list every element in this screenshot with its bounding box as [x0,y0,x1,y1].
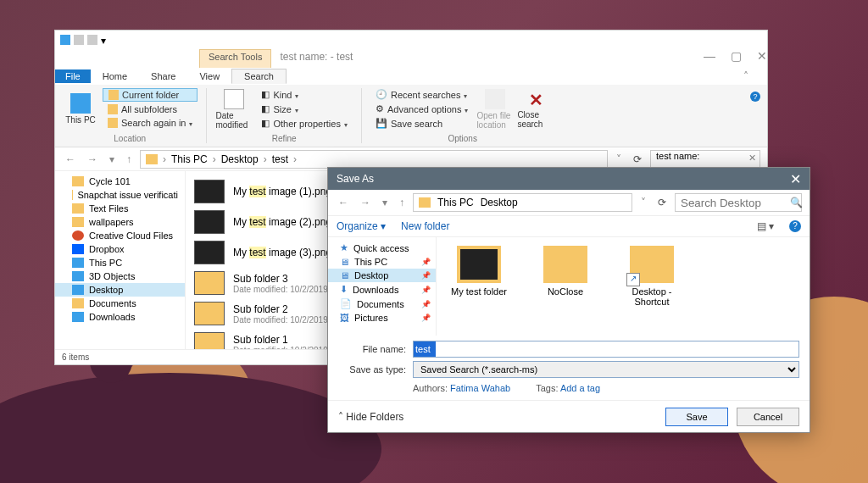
dialog-nav-item[interactable]: 🖥This PC📌 [328,255,436,269]
qat-icon[interactable] [87,35,97,45]
tags-label: Tags: [536,383,558,393]
dialog-file-area[interactable]: My test folderNoCloseDesktop - Shortcut [437,237,810,336]
refresh-button[interactable]: ⟳ [630,153,645,165]
navigation-pane[interactable]: Cycle 101Snapchat issue verificatiText F… [55,171,186,349]
folder-icon [72,271,84,281]
advanced-options-button[interactable]: ⚙ Advanced options [370,103,473,115]
view-options-icon[interactable]: ▤ ▾ [757,220,774,232]
dialog-close-button[interactable]: ✕ [790,171,801,187]
file-name: My test image (1).png [233,186,331,197]
nav-item[interactable]: Desktop [55,283,185,297]
authors-value[interactable]: Fatima Wahab [450,383,510,393]
nav-item[interactable]: Documents [55,297,185,310]
organize-button[interactable]: Organize ▾ [337,220,386,232]
all-subfolders-button[interactable]: All subfolders [103,103,198,115]
breadcrumb[interactable]: This PC Desktop test [140,150,608,169]
collapse-ribbon-icon[interactable]: ˄ [743,70,767,82]
nav-item[interactable]: Creative Cloud Files [55,229,185,242]
folder-icon [194,332,225,349]
dialog-help-icon[interactable]: ? [789,220,801,232]
recent-locations-icon[interactable]: ▾ [379,197,391,208]
file-name: Sub folder 1 [233,334,328,346]
dialog-nav-item[interactable]: 🖼Pictures📌 [328,311,436,325]
dialog-nav-item[interactable]: ★Quick access [328,241,436,255]
contextual-tab[interactable]: Search Tools [199,49,271,68]
file-meta: Date modified: 10/2/2019 [233,315,328,325]
dialog-nav-pane[interactable]: ★Quick access🖥This PC📌🖥Desktop📌⬇Download… [328,237,437,336]
new-folder-button[interactable]: New folder [401,220,449,232]
doc-icon: 📄 [340,298,352,309]
hide-folders-toggle[interactable]: ˄ Hide Folders [338,411,657,423]
file-menu[interactable]: File [55,69,91,83]
breadcrumb-dropdown-icon[interactable]: ˅ [637,197,649,208]
dialog-nav-item[interactable]: 🖥Desktop📌 [328,269,436,282]
forward-button[interactable]: → [357,197,374,208]
dialog-nav-item[interactable]: 📄Documents📌 [328,297,436,311]
refresh-button[interactable]: ⟳ [654,197,670,208]
crumb-this-pc[interactable]: This PC [437,197,474,208]
up-button[interactable]: ↑ [396,197,408,208]
folder-icon [72,312,84,322]
search-icon[interactable]: 🔍 [790,197,803,208]
folder-icon [72,176,84,186]
this-pc-button[interactable]: This PC [62,88,99,129]
back-button[interactable]: ← [62,153,79,165]
filetype-select[interactable]: Saved Search (*.search-ms) [413,361,799,378]
help-icon[interactable]: ? [750,92,760,102]
image-thumbnail [194,241,225,264]
maximize-button[interactable]: ▢ [731,49,742,68]
titlebar[interactable]: ▾ [55,31,767,49]
tags-value[interactable]: Add a tag [560,383,600,393]
minimize-button[interactable]: — [704,49,715,68]
close-button[interactable]: ✕ [757,49,767,68]
recent-searches-button[interactable]: 🕘 Recent searches [370,88,473,101]
filename-input[interactable] [413,341,799,358]
search-again-button[interactable]: Search again in [103,117,198,129]
date-modified-button[interactable]: Date modified [215,88,253,130]
crumb-desktop[interactable]: Desktop [481,197,518,208]
nav-item[interactable]: wallpapers [55,215,185,229]
qat-icon[interactable] [74,35,84,45]
dialog-file-item[interactable]: NoClose [531,246,599,297]
crumb-test[interactable]: test [272,153,288,165]
folder-icon [72,258,84,268]
current-folder-button[interactable]: Current folder [103,88,198,102]
dialog-search-input[interactable] [675,193,802,212]
clear-search-icon[interactable]: ✕ [748,153,756,164]
save-search-button[interactable]: 💾 Save search [370,117,473,130]
dialog-breadcrumb[interactable]: This PC Desktop [413,193,632,212]
breadcrumb-dropdown-icon[interactable]: ˅ [613,153,625,165]
nav-item[interactable]: Downloads [55,310,185,324]
dialog-file-item[interactable]: Desktop - Shortcut [618,246,686,307]
nav-item[interactable]: Text Files [55,202,185,215]
nav-item[interactable]: Cycle 101 [55,175,185,188]
nav-item-label: Downloads [353,285,398,295]
nav-item[interactable]: 3D Objects [55,269,185,283]
size-button[interactable]: ◧ Size [256,103,352,115]
crumb-this-pc[interactable]: This PC [171,153,208,165]
dialog-nav-item[interactable]: ⬇Downloads📌 [328,282,436,297]
share-menu[interactable]: Share [139,69,187,83]
nav-item[interactable]: Snapchat issue verificati [55,188,185,202]
nav-item[interactable]: Dropbox [55,242,185,256]
home-menu[interactable]: Home [91,69,139,83]
crumb-desktop[interactable]: Desktop [221,153,259,165]
search-menu[interactable]: Search [231,69,287,84]
view-menu[interactable]: View [187,69,231,83]
up-button[interactable]: ↑ [123,153,135,165]
cancel-button[interactable]: Cancel [737,408,799,426]
save-button[interactable]: Save [665,408,728,426]
nav-item[interactable]: This PC [55,256,185,269]
forward-button[interactable]: → [84,153,101,165]
dialog-titlebar[interactable]: Save As ✕ [328,168,810,190]
close-search-button[interactable]: ✕Close search [517,88,554,130]
recent-locations-icon[interactable]: ▾ [106,153,118,165]
qat-dropdown-icon[interactable]: ▾ [101,35,111,45]
desk-icon: 🖥 [340,270,349,280]
other-properties-button[interactable]: ◧ Other properties [256,117,352,130]
dialog-file-item[interactable]: My test folder [445,246,513,297]
back-button[interactable]: ← [335,197,352,208]
tab-strip: Search Tools test name: - test — ▢ ✕ [55,49,767,68]
search-box[interactable]: test name:✕ [650,150,760,169]
kind-button[interactable]: ◧ Kind [256,88,352,101]
